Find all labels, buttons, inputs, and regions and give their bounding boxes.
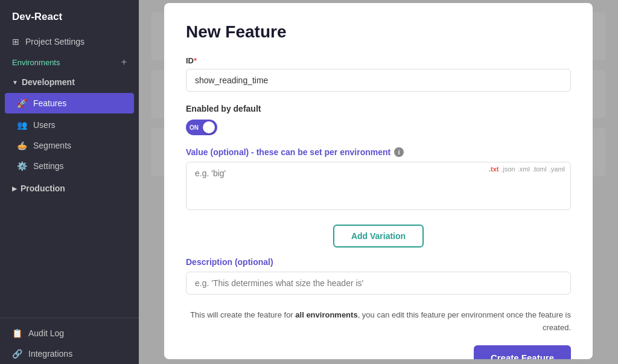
- segments-icon: 🥧: [17, 141, 27, 150]
- description-input[interactable]: [186, 272, 571, 295]
- value-label: Value (optional) - these can be set per …: [186, 147, 571, 157]
- sidebar-item-features[interactable]: 🚀 Features: [5, 93, 134, 113]
- file-type-json: .json: [501, 165, 515, 173]
- sidebar-group-development[interactable]: ▼ Development: [0, 72, 139, 92]
- file-type-txt: .txt: [489, 165, 499, 173]
- toggle-on-text: ON: [190, 124, 199, 131]
- sidebar-item-users[interactable]: 👥 Users: [0, 115, 139, 135]
- modal-title: New Feature: [186, 22, 571, 42]
- new-feature-modal: New Feature ID* Enabled by default ON: [164, 3, 593, 359]
- value-form-group: Value (optional) - these can be set per …: [186, 147, 571, 212]
- file-type-yaml: .yaml: [549, 165, 565, 173]
- toggle-knob: [203, 121, 215, 133]
- sidebar-item-segments[interactable]: 🥧 Segments: [0, 135, 139, 156]
- chevron-right-icon: ▶: [12, 185, 17, 192]
- file-type-toml: .toml: [532, 165, 547, 173]
- id-input[interactable]: [186, 69, 571, 92]
- settings-icon: ⚙️: [17, 161, 27, 171]
- main-area: New Feature ID* Enabled by default ON: [139, 0, 618, 364]
- toggle-wrapper: ON: [186, 120, 571, 135]
- file-type-xml: .xml: [518, 165, 530, 173]
- sidebar-item-audit-log[interactable]: 📋 Audit Log: [0, 323, 139, 343]
- file-types: .txt .json .xml .toml .yaml: [489, 165, 565, 173]
- value-textarea-wrapper: .txt .json .xml .toml .yaml: [186, 162, 571, 212]
- sidebar-item-integrations[interactable]: 🔗 Integrations: [0, 343, 139, 364]
- info-icon: i: [394, 147, 404, 157]
- required-marker: *: [194, 56, 197, 65]
- grid-icon: ⊞: [12, 37, 19, 46]
- id-label: ID*: [186, 56, 571, 65]
- enabled-form-group: Enabled by default ON: [186, 104, 571, 135]
- users-icon: 👥: [17, 120, 27, 130]
- audit-log-icon: 📋: [12, 328, 22, 338]
- app-logo: Dev-React: [0, 0, 139, 31]
- sidebar-item-settings[interactable]: ⚙️ Settings: [0, 156, 139, 176]
- all-environments-bold: all environments: [295, 310, 357, 319]
- add-environment-button[interactable]: +: [121, 57, 127, 68]
- description-form-group: Description (optional): [186, 257, 571, 295]
- id-form-group: ID*: [186, 56, 571, 92]
- info-text: This will create the feature for all env…: [186, 309, 571, 334]
- enabled-toggle[interactable]: ON: [186, 120, 217, 135]
- description-label: Description (optional): [186, 257, 571, 267]
- enabled-label: Enabled by default: [186, 104, 571, 113]
- create-feature-button[interactable]: Create Feature: [474, 345, 571, 359]
- sidebar-bottom: 📋 Audit Log 🔗 Integrations: [0, 318, 139, 364]
- environments-section: Environments +: [0, 52, 139, 72]
- sidebar-group-production[interactable]: ▶ Production: [0, 179, 139, 198]
- sidebar: Dev-React ⊞ Project Settings Environment…: [0, 0, 139, 364]
- sidebar-item-project-settings[interactable]: ⊞ Project Settings: [0, 31, 139, 52]
- integrations-icon: 🔗: [12, 349, 22, 359]
- chevron-down-icon: ▼: [12, 79, 18, 86]
- modal-overlay: New Feature ID* Enabled by default ON: [139, 0, 618, 364]
- add-variation-button[interactable]: Add Variation: [333, 225, 424, 247]
- features-icon: 🚀: [17, 98, 27, 108]
